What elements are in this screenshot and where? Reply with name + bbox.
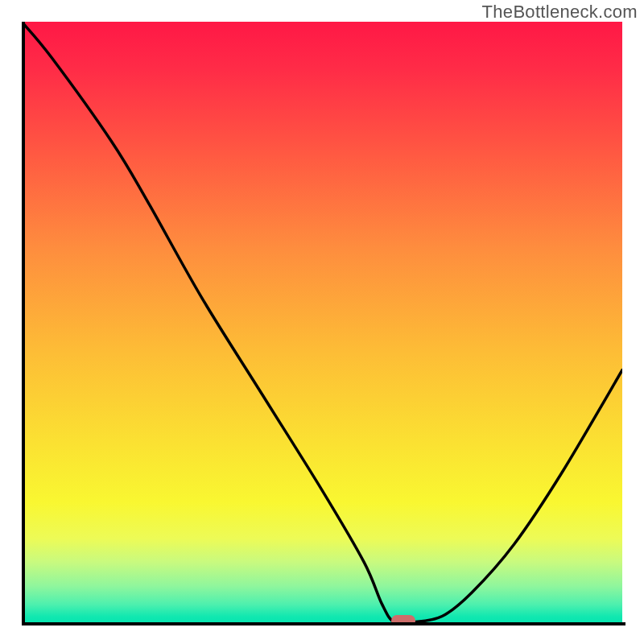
x-axis bbox=[22, 622, 625, 625]
plot-area bbox=[22, 22, 622, 622]
bottleneck-curve bbox=[22, 22, 622, 622]
optimal-marker bbox=[391, 615, 415, 622]
watermark-text: TheBottleneck.com bbox=[482, 2, 638, 23]
y-axis bbox=[22, 22, 25, 625]
